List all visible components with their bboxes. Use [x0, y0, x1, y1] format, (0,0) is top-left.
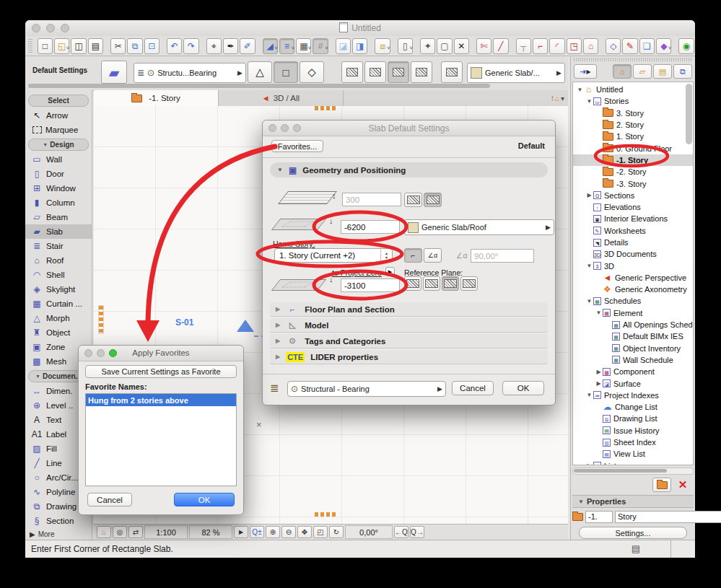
- infobox-scrollbar[interactable]: [28, 84, 490, 88]
- zoom-options-button[interactable]: Q±: [250, 526, 264, 538]
- nav-item-details[interactable]: ◥Details: [573, 237, 693, 248]
- nav-item-interior-elevations[interactable]: ▣Interior Elevations: [573, 213, 693, 224]
- nav-lists-expander[interactable]: ▶: [585, 462, 593, 465]
- nav-item-view-list[interactable]: ▤View List: [573, 448, 693, 460]
- dialog-cancel-button[interactable]: Cancel: [452, 381, 494, 395]
- bottom-offset-field[interactable]: [341, 278, 400, 292]
- nav-item-issue-history[interactable]: ▤Issue History: [573, 425, 693, 436]
- rotate-view-button[interactable]: ↻: [329, 526, 344, 538]
- favorites-cancel-button[interactable]: Cancel: [87, 493, 132, 506]
- zoom-to-selection-button[interactable]: ◎: [113, 526, 127, 538]
- nav-3d-expander[interactable]: ▼: [585, 263, 593, 269]
- dialog-ok-button[interactable]: OK: [502, 381, 544, 395]
- nav-item-3d[interactable]: ▼33D: [573, 260, 693, 271]
- reference-plane-core-bottom-button[interactable]: [460, 276, 478, 291]
- nav-item-1-story[interactable]: -1. Story: [573, 154, 693, 166]
- pen-sets-button[interactable]: ✎: [622, 38, 637, 54]
- magic-wand-button[interactable]: ✦: [420, 38, 435, 54]
- gravity-button[interactable]: ◢˅: [263, 38, 278, 54]
- reference-top-button[interactable]: [341, 61, 363, 83]
- tool-roof[interactable]: ⌂Roof: [25, 253, 92, 268]
- nav-surface-expander[interactable]: ▶: [595, 380, 603, 387]
- select-section-header[interactable]: Select: [28, 95, 89, 107]
- corner-edit-button[interactable]: ⌐: [533, 38, 548, 54]
- quick-options-button[interactable]: ⌂: [97, 526, 111, 538]
- coordinates-button[interactable]: ▦˅: [296, 38, 311, 54]
- to-project-zero-menu-button[interactable]: ▶: [385, 267, 395, 276]
- nav-item-elevations[interactable]: ↑Elevations: [573, 201, 693, 213]
- tool-slab[interactable]: ▰Slab: [25, 224, 92, 239]
- nav-item-default-bimx-ies[interactable]: ▦Default BIMx IES: [573, 330, 693, 342]
- reference-plane-top-button[interactable]: [404, 276, 421, 291]
- tool-section[interactable]: §Section: [25, 514, 92, 528]
- favorites-button[interactable]: Favorites...: [271, 140, 323, 152]
- nav-sections-expander[interactable]: ▶: [585, 192, 593, 198]
- zoom-out-button[interactable]: ⊖: [281, 526, 296, 538]
- resize-button[interactable]: ◳: [567, 38, 582, 54]
- nav-component-expander[interactable]: ▶: [595, 369, 603, 375]
- nav-item-stories[interactable]: ▼▭Stories: [573, 95, 693, 107]
- nav-item-2-story[interactable]: -2. Story: [573, 166, 693, 177]
- tool-wall[interactable]: ▭Wall: [25, 152, 92, 167]
- settings-button[interactable]: Settings...: [579, 527, 687, 539]
- section-lider-properties[interactable]: ▶CTELIDER properties: [270, 350, 548, 364]
- reference-plane-bottom-button[interactable]: [442, 276, 459, 291]
- layout-book-tab[interactable]: ▤: [653, 64, 672, 79]
- redo-button[interactable]: ↷: [183, 38, 198, 54]
- favorite-item-hung-from-2-stories-above[interactable]: Hung from 2 stories above: [86, 394, 236, 406]
- nav-item-element[interactable]: ▼▦Element: [573, 307, 693, 319]
- open-project-button[interactable]: ◱˅: [54, 38, 69, 54]
- nav-item-all-openings-sched[interactable]: ▦All Openings Sched: [573, 319, 693, 330]
- slab-settings-button[interactable]: ▰: [101, 61, 127, 84]
- nav-item-3d-documents[interactable]: 3D3D Documents: [573, 248, 693, 260]
- adjust-button[interactable]: ┬: [516, 38, 531, 54]
- dialog-layer-combo[interactable]: ⊙ Structural - Bearing ▶: [287, 381, 446, 397]
- nav-item-project-indexes[interactable]: ▼≔Project Indexes: [573, 390, 693, 401]
- nav-item-object-inventory[interactable]: ▦Object Inventory: [573, 343, 693, 354]
- reference-plane-core-top-button[interactable]: [423, 276, 440, 291]
- nav-item-sections[interactable]: ▶ΩSections: [573, 190, 693, 201]
- intersect-button[interactable]: ✄: [476, 38, 491, 54]
- tool-marquee[interactable]: Marquee: [25, 123, 92, 137]
- tool-beam[interactable]: ▱Beam: [25, 210, 92, 224]
- project-chooser-button[interactable]: ➜ ▶: [574, 64, 597, 79]
- pan-hand-button[interactable]: ✥: [297, 526, 312, 538]
- favorite-names-list[interactable]: Hung from 2 stories above: [85, 393, 237, 486]
- previous-zoom-button[interactable]: ←Q: [394, 526, 408, 538]
- reference-core-bottom-button[interactable]: [411, 61, 432, 83]
- geometry-collapse-arrow[interactable]: ▼: [277, 167, 283, 173]
- edge-vertical-button[interactable]: ⌐: [404, 248, 422, 263]
- nav-item-generic-perspective[interactable]: ◄Generic Perspective: [573, 272, 693, 284]
- surface-combo[interactable]: Generic Slab/... ▶: [467, 63, 565, 83]
- story-name-field[interactable]: [615, 511, 721, 523]
- nav-item-surface[interactable]: ▶◪Surface: [573, 377, 693, 389]
- favorites-ok-button[interactable]: OK: [174, 493, 235, 506]
- polygon-edit-button[interactable]: ◇: [606, 38, 621, 54]
- properties-collapse-arrow[interactable]: ▼: [578, 499, 584, 505]
- favorites-palette-button[interactable]: ◆˅: [656, 38, 671, 54]
- nav-item-worksheets[interactable]: ✎Worksheets: [573, 225, 693, 237]
- slab-surface-combo[interactable]: Generic Slab/Roof ▶: [404, 219, 554, 235]
- story-number-field[interactable]: [585, 511, 613, 523]
- geometry-positioning-section[interactable]: ▼ ▣ Geometry and Positioning: [270, 162, 548, 177]
- nav-item-component[interactable]: ▶▩Component: [573, 366, 693, 377]
- next-zoom-button[interactable]: Q→: [410, 526, 424, 538]
- edge-custom-angle-button[interactable]: ∠α: [424, 248, 442, 263]
- marquee-options-button[interactable]: ▢: [437, 38, 452, 54]
- tool-curtain[interactable]: ▦Curtain ...: [25, 297, 92, 311]
- split-button[interactable]: ╱: [493, 38, 508, 54]
- tool-object[interactable]: ♜Object: [25, 325, 92, 340]
- tool-more[interactable]: ▶More: [25, 528, 92, 540]
- inject-parameters-button[interactable]: ✐: [240, 38, 255, 54]
- reference-core-top-button[interactable]: [364, 61, 386, 83]
- model-expand-arrow[interactable]: ▶: [276, 322, 280, 328]
- project-map-tab[interactable]: ⌂: [613, 64, 632, 79]
- nav-item-change-list[interactable]: ☁Change List: [573, 401, 693, 413]
- nav-item-0-ground-floor[interactable]: 0. Ground Floor: [573, 142, 693, 154]
- publisher-sets-tab[interactable]: ⧉: [673, 64, 692, 79]
- thickness-method-1-button[interactable]: [404, 193, 422, 207]
- fillet-chamfer-button[interactable]: ◜: [549, 38, 564, 54]
- trace-reference-button[interactable]: ◪: [336, 38, 351, 54]
- nav-untitled-expander[interactable]: ▼: [576, 87, 584, 93]
- lider-properties-expand-arrow[interactable]: ▶: [276, 354, 280, 360]
